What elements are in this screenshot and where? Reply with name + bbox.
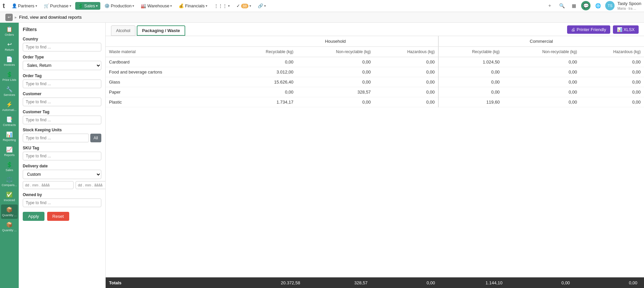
order-tag-input[interactable] bbox=[23, 80, 101, 88]
cell-waste-material: Glass bbox=[106, 77, 233, 87]
quantity1-icon: 📦 bbox=[6, 206, 13, 213]
cell-c-non-recyclable: 0,00 bbox=[503, 87, 580, 97]
cell-h-recyclable: 3.012,00 bbox=[233, 67, 297, 77]
chevron-down-icon: ▾ bbox=[132, 4, 134, 8]
date-from-input[interactable] bbox=[23, 181, 74, 189]
sidebar-item-price-lists[interactable]: 💲 Price Lists bbox=[1, 69, 18, 84]
sidebar-item-invoices[interactable]: 📄 Invoices bbox=[1, 54, 18, 68]
filters-title: Filters bbox=[23, 27, 101, 32]
top-navigation: t 👤 Partners ▾ 🛒 Purchase ▾ 💲 Sales ▾ ⚙️… bbox=[0, 0, 644, 12]
nav-production[interactable]: ⚙️ Production ▾ bbox=[102, 2, 137, 10]
table-row: Cardboard 0,00 0,00 0,00 1.024,50 0,00 0… bbox=[106, 57, 644, 67]
sidebar-item-comparisons[interactable]: ⚖️ Comparis... bbox=[1, 174, 18, 189]
sidebar-item-reporting[interactable]: 📊 Reporting bbox=[1, 129, 18, 144]
th-h-recyclable: Recyclable (kg) bbox=[233, 47, 297, 57]
sidebar-item-automations[interactable]: ⚡ Automati... bbox=[1, 99, 18, 114]
cell-c-hazardous: 0,00 bbox=[580, 87, 644, 97]
cell-c-non-recyclable: 0,00 bbox=[503, 57, 580, 67]
cell-h-recyclable: 15.626,40 bbox=[233, 77, 297, 87]
nav-purchase[interactable]: 🛒 Purchase ▾ bbox=[41, 2, 74, 10]
nav-financials[interactable]: 💰 Financials ▾ bbox=[176, 2, 210, 10]
country-label: Country bbox=[23, 37, 101, 41]
nav-sales[interactable]: 💲 Sales ▾ bbox=[75, 2, 101, 10]
cell-h-non-recyclable: 0,00 bbox=[297, 67, 374, 77]
cell-waste-material: Food and beverage cartons bbox=[106, 67, 233, 77]
cell-h-hazardous: 0,00 bbox=[374, 77, 438, 87]
order-tag-filter: Order Tag bbox=[23, 74, 101, 88]
printer-icon: 🖨 bbox=[571, 27, 575, 32]
packaging-waste-table: Household Commercial Waste material Recy… bbox=[106, 36, 644, 107]
apply-button[interactable]: Apply bbox=[23, 212, 44, 221]
sku-all-button[interactable]: All bbox=[90, 134, 101, 142]
tab-alcohol[interactable]: Alcohol bbox=[111, 25, 135, 36]
sidebar-item-sales[interactable]: 💲 Sales bbox=[1, 159, 18, 174]
chevron-down-icon: ▾ bbox=[96, 4, 98, 8]
table-row: Plastic 1.734,17 0,00 0,00 119,60 0,00 0… bbox=[106, 97, 644, 107]
cell-waste-material: Cardboard bbox=[106, 57, 233, 67]
sidebar-item-invoiced[interactable]: ✅ Invoiced bbox=[1, 189, 18, 204]
printer-friendly-button[interactable]: 🖨 Printer Friendly bbox=[567, 25, 610, 34]
order-tag-label: Order Tag bbox=[23, 74, 101, 78]
country-input[interactable] bbox=[23, 43, 101, 51]
sku-input[interactable] bbox=[23, 134, 89, 142]
cell-h-non-recyclable: 0,00 bbox=[297, 57, 374, 67]
order-type-select[interactable]: Sales, Return bbox=[23, 61, 101, 70]
quantity2-icon: 📦 bbox=[6, 222, 13, 228]
owned-by-label: Owned by bbox=[23, 192, 101, 197]
totals-h-hazardous: 0,00 bbox=[371, 280, 438, 285]
back-icon[interactable]: ↩ bbox=[5, 14, 13, 21]
tabs-bar: Alcohol Packaging / Waste 🖨 Printer Frie… bbox=[106, 23, 644, 36]
tab-packaging-waste[interactable]: Packaging / Waste bbox=[137, 25, 186, 36]
cell-c-hazardous: 0,00 bbox=[580, 57, 644, 67]
customer-input[interactable] bbox=[23, 98, 101, 106]
avatar[interactable]: TS bbox=[605, 1, 615, 10]
user-info: Tasty Spoon Maria · tra ... bbox=[617, 1, 641, 11]
barcode-button[interactable]: ▦ bbox=[569, 1, 578, 10]
totals-h-recyclable: 20.372,58 bbox=[236, 280, 304, 285]
reset-button[interactable]: Reset bbox=[47, 212, 69, 221]
cell-c-recyclable: 119,60 bbox=[438, 97, 503, 107]
table-row: Food and beverage cartons 3.012,00 0,00 … bbox=[106, 67, 644, 77]
th-commercial: Commercial bbox=[438, 36, 644, 47]
th-c-non-recyclable: Non-recyclable (kg) bbox=[503, 47, 580, 57]
sku-tag-input[interactable] bbox=[23, 152, 101, 160]
cell-h-non-recyclable: 0,00 bbox=[297, 77, 374, 87]
search-button[interactable]: 🔍 bbox=[557, 1, 566, 10]
automations-icon: ⚡ bbox=[6, 101, 13, 108]
sidebar-item-contracts[interactable]: 📑 Contracts bbox=[1, 114, 18, 129]
add-button[interactable]: ＋ bbox=[545, 1, 554, 10]
sidebar-item-return[interactable]: ↩ Return bbox=[1, 39, 18, 53]
sidebar-item-services[interactable]: 🔧 Services bbox=[1, 84, 18, 99]
contracts-icon: 📑 bbox=[6, 116, 13, 123]
customer-tag-input[interactable] bbox=[23, 116, 101, 124]
chat-button[interactable]: 💬 bbox=[581, 1, 591, 10]
sidebar-item-quantity1[interactable]: 📦 Quantity ... bbox=[1, 204, 18, 219]
globe-button[interactable]: 🌐 bbox=[593, 1, 603, 10]
totals-h-non-recyclable: 328,57 bbox=[304, 280, 371, 285]
sales-sidebar-icon: 💲 bbox=[6, 161, 13, 168]
owned-by-input[interactable] bbox=[23, 198, 101, 207]
totals-bar: Totals 20.372,58 328,57 0,00 1.144,10 0,… bbox=[106, 277, 644, 288]
cell-h-hazardous: 0,00 bbox=[374, 57, 438, 67]
sidebar-item-orders[interactable]: 📋 Orders bbox=[1, 24, 18, 38]
delivery-date-select[interactable]: Custom bbox=[23, 170, 101, 179]
cell-c-hazardous: 0,00 bbox=[580, 97, 644, 107]
filters-panel: Filters Country Order Type Sales, Return… bbox=[19, 23, 106, 288]
breadcrumb-text: Find, view and download reports bbox=[19, 15, 82, 20]
nav-partners[interactable]: 👤 Partners ▾ bbox=[9, 2, 40, 10]
nav-warehouse[interactable]: 🏭 Warehouse ▾ bbox=[138, 2, 175, 10]
sidebar-item-reports[interactable]: 📈 Reports bbox=[1, 144, 18, 159]
th-h-hazardous: Hazardous (kg) bbox=[374, 47, 438, 57]
cell-h-recyclable: 0,00 bbox=[233, 57, 297, 67]
nav-check-menu[interactable]: ✓ 88 ▾ bbox=[234, 2, 254, 10]
order-type-filter: Order Type Sales, Return bbox=[23, 55, 101, 70]
purchase-icon: 🛒 bbox=[44, 3, 49, 8]
xlsx-button[interactable]: 📊 XLSX bbox=[613, 25, 639, 34]
date-to-input[interactable] bbox=[76, 181, 106, 189]
nav-link-menu[interactable]: 🔗 ▾ bbox=[255, 2, 269, 10]
nav-extra-menu[interactable]: ⋮⋮⋮ ▾ bbox=[211, 2, 232, 10]
user-sub: Maria · tra ... bbox=[617, 6, 641, 11]
app-logo[interactable]: t bbox=[3, 2, 5, 10]
sidebar-item-quantity2[interactable]: 📦 Quantity ... bbox=[1, 220, 18, 234]
breadcrumb: ↩ ▸ Find, view and download reports bbox=[0, 12, 644, 23]
